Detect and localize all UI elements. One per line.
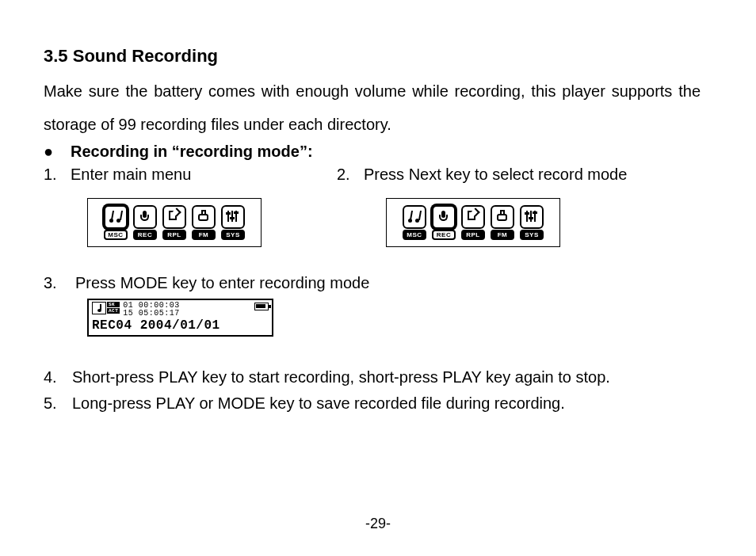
step-5-text: Long-press PLAY or MODE key to save reco… [72, 394, 565, 413]
menu2-fm-label: FM [491, 230, 514, 240]
menu-1-wrap: MSC REC RPL FM SYS [44, 192, 337, 247]
menu-msc-label: MSC [104, 230, 128, 240]
record-badge: SK ACT [107, 302, 120, 314]
step-3: 3. Press MODE key to enter recording mod… [44, 274, 701, 292]
menu2-msc-label: MSC [403, 230, 426, 240]
menu2-rec-label: REC [432, 230, 456, 240]
main-menu-screenshot: MSC REC RPL FM SYS [87, 198, 262, 247]
mic-icon [138, 210, 152, 224]
intro-paragraph: Make sure the battery comes with enough … [44, 74, 701, 141]
step-3-text: Press MODE key to enter recording mode [75, 274, 369, 292]
menu-rpl-label: RPL [162, 230, 186, 240]
menu2-fm: FM [489, 205, 516, 240]
record-timers: 01 00:00:03 15 05:05:17 [123, 302, 251, 318]
bullet-heading-row: ● Recording in “recording mode”: [44, 143, 701, 161]
step-2: 2. Press Next key to select record mode [337, 166, 701, 184]
step-4-text: Short-press PLAY key to start recording,… [72, 368, 610, 387]
menu-2-wrap: MSC REC RPL FM SYS [337, 192, 701, 247]
menu-rec: REC [132, 205, 158, 240]
record-bottom-row: REC04 2004/01/01 [92, 318, 269, 333]
manual-page: 3.5 Sound Recording Make sure the batter… [0, 0, 756, 556]
step-5: 5. Long-press PLAY or MODE key to save r… [44, 394, 701, 413]
section-title: Sound Recording [73, 46, 218, 66]
step-4: 4. Short-press PLAY key to start recordi… [44, 368, 701, 387]
step-3-number: 3. [44, 274, 75, 292]
section-heading: 3.5 Sound Recording [44, 46, 701, 67]
menu2-rpl: RPL [460, 205, 487, 240]
record-date: 2004/01/01 [140, 318, 220, 333]
record-filename: REC04 [92, 318, 132, 333]
step-2-text: Press Next key to select record mode [364, 166, 627, 184]
menu2-sys-label: SYS [520, 230, 544, 240]
settings-icon [226, 210, 240, 224]
menu2-rec: REC [430, 205, 457, 240]
radio-icon [197, 210, 211, 224]
menus-row: MSC REC RPL FM SYS [44, 192, 701, 247]
menu2-sys: SYS [518, 205, 545, 240]
badge-top: SK [107, 302, 120, 307]
bullet-heading: Recording in “recording mode”: [71, 143, 313, 161]
note-icon [92, 302, 106, 314]
step-1-text: Enter main menu [71, 166, 191, 184]
menu2-msc: MSC [401, 205, 428, 240]
music-icon [109, 210, 123, 224]
step-5-number: 5. [44, 394, 72, 413]
step-1-number: 1. [44, 166, 71, 184]
menu-fm-label: FM [192, 230, 216, 240]
step-2-number: 2. [337, 166, 364, 184]
steps-1-2-row: 1. Enter main menu 2. Press Next key to … [44, 166, 701, 184]
menu-rec-label: REC [133, 230, 157, 240]
radio-icon [495, 210, 510, 224]
battery-icon [254, 303, 269, 310]
music-icon [407, 210, 422, 224]
record-icons: SK ACT [92, 302, 120, 314]
step-4-number: 4. [44, 368, 72, 387]
settings-icon [525, 210, 539, 224]
menu-msc: MSC [102, 205, 129, 240]
menu2-rpl-label: RPL [461, 230, 485, 240]
page-number: -29- [0, 516, 756, 532]
main-menu-rec-selected-screenshot: MSC REC RPL FM SYS [386, 198, 560, 247]
bullet-dot-icon: ● [44, 143, 71, 161]
step-1: 1. Enter main menu [44, 166, 337, 184]
menu-fm: FM [190, 205, 217, 240]
mic-icon [437, 210, 451, 224]
recording-mode-screenshot: SK ACT 01 00:00:03 15 05:05:17 REC04 200… [87, 299, 273, 337]
menu-rpl: RPL [161, 205, 188, 240]
menu-sys-label: SYS [221, 230, 245, 240]
replay-icon [466, 210, 480, 224]
badge-bottom: ACT [107, 308, 120, 314]
menu-sys: SYS [220, 205, 246, 240]
steps-4-5: 4. Short-press PLAY key to start recordi… [44, 368, 701, 413]
section-number: 3.5 [44, 46, 68, 66]
record-top-row: SK ACT 01 00:00:03 15 05:05:17 [92, 302, 269, 318]
replay-icon [167, 210, 181, 224]
